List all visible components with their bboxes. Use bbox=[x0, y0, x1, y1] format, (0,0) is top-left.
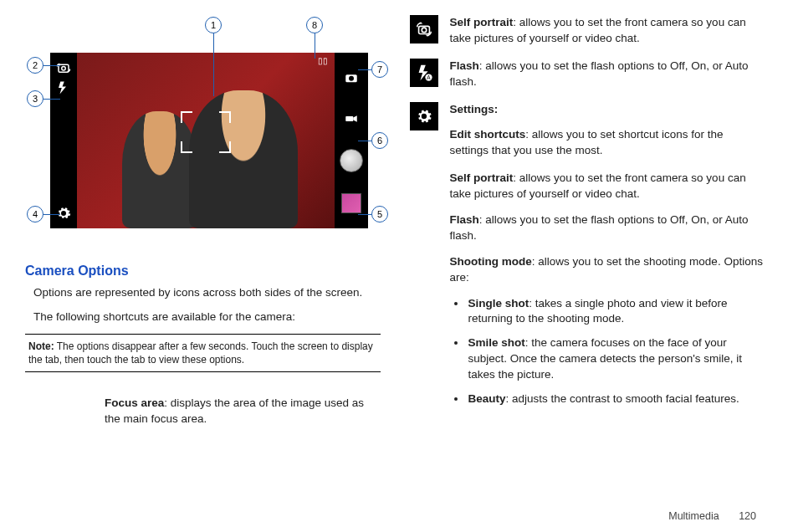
bullet-smile-shot: Smile shot: the camera focuses on the fa… bbox=[467, 335, 765, 383]
callout-7: 7 bbox=[371, 61, 388, 78]
svg-point-3 bbox=[349, 76, 354, 81]
edit-shortcuts-def: Edit shortcuts: allows you to set shortc… bbox=[450, 127, 765, 159]
callout-1: 1 bbox=[205, 17, 222, 33]
page-number: 120 bbox=[739, 510, 756, 522]
flash-icon: A bbox=[410, 59, 438, 87]
callout-6: 6 bbox=[371, 132, 388, 149]
callout-8: 8 bbox=[306, 17, 323, 33]
flash-def: Flash: allows you to set the flash optio… bbox=[450, 59, 765, 90]
settings-label: Settings: bbox=[450, 102, 765, 118]
self-portrait-icon bbox=[54, 58, 74, 78]
thumbnail bbox=[341, 193, 361, 213]
callout-line bbox=[358, 214, 371, 215]
camera-ui-frame: ▯▯ bbox=[50, 53, 368, 228]
callout-4: 4 bbox=[27, 206, 43, 223]
camera-mode-icon bbox=[341, 68, 361, 88]
mode-indicator: ▯▯ bbox=[318, 56, 328, 65]
svg-text:A: A bbox=[427, 74, 431, 80]
focus-brackets bbox=[181, 111, 231, 153]
callout-line bbox=[43, 214, 60, 215]
gear-icon bbox=[410, 102, 438, 130]
svg-point-6 bbox=[422, 28, 427, 33]
note-text: The options disappear after a few second… bbox=[28, 340, 373, 366]
callout-line bbox=[43, 65, 60, 66]
camera-screenshot: 1 8 2 3 4 7 6 5 bbox=[25, 15, 368, 253]
callout-line bbox=[315, 33, 315, 59]
callout-line bbox=[213, 33, 214, 96]
self-portrait-def-2: Self portrait: allows you to set the fro… bbox=[450, 171, 765, 202]
note-block: Note: The options disappear after a few … bbox=[25, 334, 381, 372]
focus-area-def: Focus area: displays the area of the ima… bbox=[105, 396, 381, 427]
video-mode-icon bbox=[341, 109, 361, 129]
flash-icon bbox=[54, 78, 74, 98]
camera-left-toolbar bbox=[50, 53, 77, 228]
intro-paragraph: The following shortcuts are available fo… bbox=[33, 309, 381, 325]
gear-icon bbox=[54, 203, 74, 223]
self-portrait-icon bbox=[410, 15, 438, 43]
callout-line bbox=[358, 141, 371, 141]
callout-line bbox=[43, 99, 60, 100]
callout-2: 2 bbox=[27, 57, 43, 74]
footer-section: Multimedia bbox=[668, 510, 719, 522]
shooting-mode-def: Shooting mode: allows you to set the sho… bbox=[450, 254, 765, 286]
self-portrait-def: Self portrait: allows you to set the fro… bbox=[450, 15, 765, 47]
camera-viewport: ▯▯ bbox=[77, 53, 335, 228]
bullet-single-shot: Single shot: takes a single photo and vi… bbox=[467, 296, 765, 328]
page-footer: Multimedia 120 bbox=[668, 510, 756, 522]
flash-def-2: Flash: allows you to set the flash optio… bbox=[450, 212, 765, 244]
callout-line bbox=[358, 69, 371, 70]
section-heading: Camera Options bbox=[25, 263, 381, 279]
callout-3: 3 bbox=[27, 90, 43, 107]
intro-paragraph: Options are represented by icons across … bbox=[33, 285, 381, 301]
svg-point-1 bbox=[62, 67, 66, 71]
bullet-beauty: Beauty: adjusts the contrast to smooth f… bbox=[467, 391, 765, 407]
shutter-button bbox=[340, 149, 363, 172]
note-label: Note: bbox=[28, 340, 54, 352]
svg-rect-4 bbox=[345, 116, 353, 121]
callout-5: 5 bbox=[371, 206, 388, 223]
